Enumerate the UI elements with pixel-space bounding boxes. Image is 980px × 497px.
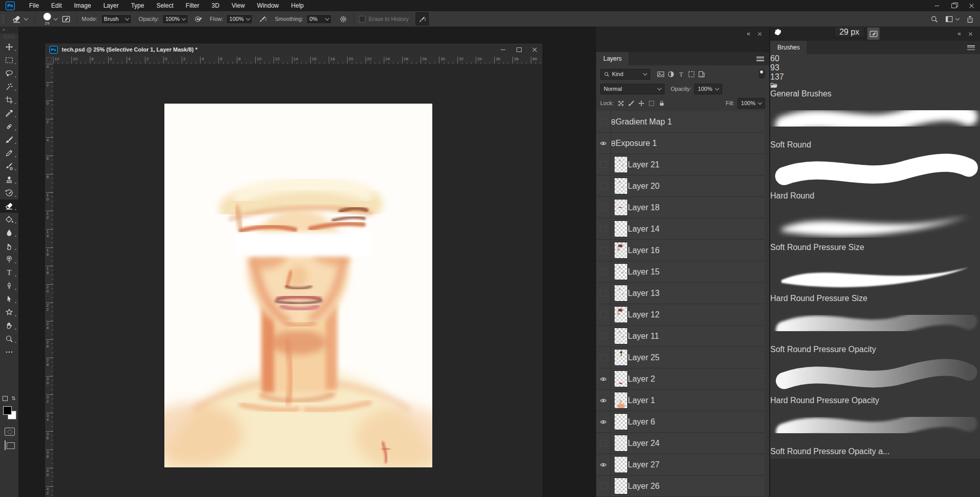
screen-mode-button[interactable] (5, 441, 6, 450)
visibility-toggle[interactable] (596, 176, 611, 196)
brush-preset-hard-round-pressure-size[interactable]: Hard Round Pressure Size (770, 252, 980, 303)
mixer-brush-tool[interactable] (0, 160, 18, 173)
layer-thumbnail[interactable] (614, 413, 628, 430)
ruler-origin-corner[interactable] (45, 56, 54, 64)
smoothing-options-gear-button[interactable] (337, 13, 349, 25)
filter-on-off-toggle[interactable] (759, 69, 765, 79)
layer-row[interactable]: Layer 20 (596, 176, 765, 197)
layer-row[interactable]: Layer 13 (596, 283, 765, 304)
blend-mode-select[interactable]: Normal (600, 84, 665, 94)
filter-kind-select[interactable]: Kind (600, 69, 650, 80)
custom-shape-tool[interactable] (0, 306, 18, 319)
menu-layer[interactable]: Layer (97, 0, 125, 11)
visibility-toggle[interactable] (596, 347, 611, 368)
brush-preset-soft-round-pressure-opacity-a-[interactable]: Soft Round Pressure Opacity a... (770, 405, 980, 456)
brush-preset-soft-round-pressure-size[interactable]: Soft Round Pressure Size (770, 201, 980, 252)
erase-to-history-checkbox[interactable] (359, 16, 365, 22)
pen-tool[interactable] (0, 279, 18, 292)
brush-size-input[interactable]: 29 px (835, 27, 864, 37)
blur-tool[interactable] (0, 226, 18, 239)
panel-close-icon[interactable] (969, 32, 972, 35)
foreground-color-swatch[interactable] (3, 406, 12, 415)
layer-fill-input[interactable]: 100% (738, 98, 765, 109)
brush-stroke-preview-toggle[interactable] (867, 28, 879, 40)
recent-brush[interactable]: 137 (770, 72, 980, 82)
menu-help[interactable]: Help (285, 0, 310, 11)
layer-row[interactable]: Layer 11 (596, 326, 765, 347)
document-minimize-button[interactable] (495, 44, 511, 56)
brush-tool[interactable] (0, 133, 18, 146)
filter-adjustment-layers-icon[interactable] (666, 69, 676, 79)
search-icon[interactable] (930, 15, 938, 23)
eraser-tool[interactable] (0, 200, 18, 213)
visibility-toggle[interactable] (596, 240, 611, 261)
visibility-toggle[interactable] (596, 111, 611, 132)
group-general-brushes[interactable]: General Brushes (770, 82, 980, 98)
toolbar-collapse-button[interactable]: » (0, 27, 18, 33)
healing-brush-tool[interactable] (0, 120, 18, 133)
visibility-toggle[interactable] (596, 326, 611, 346)
brush-preset-picker[interactable]: 29 (40, 12, 60, 26)
collapse-panels-icon[interactable]: « (958, 31, 961, 36)
type-tool[interactable]: T (0, 266, 18, 279)
canvas-area[interactable] (53, 64, 543, 497)
quick-mask-button[interactable] (5, 428, 15, 436)
layer-thumbnail[interactable] (614, 156, 628, 173)
dodge-tool[interactable] (0, 253, 18, 266)
more-tools-tool[interactable] (0, 345, 18, 359)
panel-close-icon[interactable] (758, 32, 762, 35)
rectangular-marquee-tool[interactable] (0, 54, 18, 67)
layer-row[interactable]: Layer 26 (596, 476, 765, 497)
recent-brush[interactable]: 60 (770, 54, 980, 63)
horizontal-ruler[interactable]: 1210864202468101214161820222426283032343… (53, 56, 543, 64)
history-brush-tool[interactable] (0, 186, 18, 200)
layer-thumbnail[interactable] (614, 478, 628, 494)
layer-thumbnail[interactable] (614, 178, 628, 194)
filter-type-layers-icon[interactable]: T (676, 69, 686, 79)
brush-preset-soft-round[interactable]: Soft Round (770, 98, 980, 150)
visibility-toggle[interactable] (596, 368, 611, 389)
workspace-switcher[interactable] (945, 15, 959, 23)
layer-thumbnail[interactable] (614, 220, 628, 237)
default-swap-colors[interactable]: ⇅ (3, 396, 16, 401)
layer-row[interactable]: Layer 27 (596, 454, 765, 476)
layer-row[interactable]: Layer 1 (596, 390, 765, 411)
brush-preset-soft-round-pressure-opacity[interactable]: Soft Round Pressure Opacity (770, 303, 980, 354)
tab-brushes[interactable]: Brushes (770, 41, 807, 54)
visibility-toggle[interactable] (596, 133, 611, 154)
visibility-toggle[interactable] (596, 476, 611, 496)
brushes-panel-menu-icon[interactable] (967, 45, 975, 50)
layer-row[interactable]: Layer 15 (596, 261, 765, 283)
window-restore-button[interactable] (945, 0, 963, 11)
visibility-toggle[interactable] (596, 304, 611, 325)
smudge-tool[interactable] (0, 239, 18, 253)
visibility-toggle[interactable] (596, 283, 611, 304)
document-maximize-button[interactable] (511, 44, 527, 56)
path-selection-tool[interactable] (0, 292, 18, 306)
tool-preset-picker[interactable] (8, 12, 30, 26)
layers-panel-menu-icon[interactable] (756, 57, 764, 61)
brush-preset-hard-round-pressure-opacity[interactable]: Hard Round Pressure Opacity (770, 354, 980, 405)
menu-file[interactable]: File (23, 0, 45, 11)
paint-bucket-tool[interactable] (0, 213, 18, 226)
layer-thumbnail[interactable] (614, 306, 628, 323)
filter-pixel-layers-icon[interactable] (655, 69, 666, 79)
window-close-button[interactable] (963, 0, 980, 11)
visibility-toggle[interactable] (596, 433, 611, 454)
layer-row[interactable]: Layer 16 (596, 240, 765, 261)
layer-opacity-input[interactable]: 100% (694, 84, 722, 94)
tab-layers[interactable]: Layers (596, 52, 629, 65)
menu-edit[interactable]: Edit (45, 0, 68, 11)
visibility-toggle[interactable] (596, 390, 611, 411)
visibility-toggle[interactable] (596, 261, 611, 282)
quick-selection-tool[interactable] (0, 80, 18, 93)
layer-row[interactable]: Layer 12 (596, 304, 765, 326)
collapse-panels-icon[interactable]: « (747, 31, 750, 36)
vertical-ruler[interactable]: 4202468101214161820222426283032343638404… (45, 64, 54, 497)
document-title-bar[interactable]: Ps tech.psd @ 25% (Selective Color 1, La… (45, 43, 543, 56)
always-use-pressure-toggle[interactable] (415, 12, 429, 26)
layer-row[interactable]: Gradient Map 1 (596, 111, 765, 133)
crop-tool[interactable] (0, 93, 18, 107)
layer-row[interactable]: Layer 14 (596, 218, 765, 240)
menu-select[interactable]: Select (150, 0, 179, 11)
